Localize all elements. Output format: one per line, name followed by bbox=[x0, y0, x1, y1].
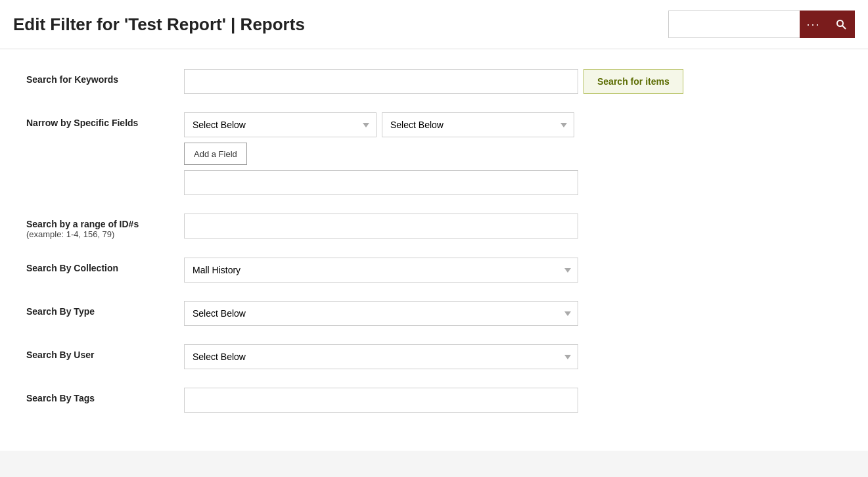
user-label: Search By User bbox=[26, 344, 184, 360]
narrow-label: Narrow by Specific Fields bbox=[26, 112, 184, 128]
keywords-controls: Search for items bbox=[184, 69, 842, 94]
header-search-area: ··· bbox=[668, 11, 855, 38]
type-label: Search By Type bbox=[26, 301, 184, 317]
header: Edit Filter for 'Test Report' | Reports … bbox=[0, 0, 868, 49]
page-title: Edit Filter for 'Test Report' | Reports bbox=[13, 14, 305, 35]
keywords-input[interactable] bbox=[184, 69, 578, 94]
collection-select[interactable]: Mall History bbox=[184, 258, 578, 283]
svg-line-1 bbox=[842, 26, 846, 29]
type-controls: Select Below bbox=[184, 301, 842, 326]
user-select[interactable]: Select Below bbox=[184, 344, 578, 369]
user-controls: Select Below bbox=[184, 344, 842, 369]
search-items-button[interactable]: Search for items bbox=[583, 69, 683, 94]
narrow-controls: Select Below Select Below Add a Field bbox=[184, 112, 842, 195]
narrow-selects-row: Select Below Select Below bbox=[184, 112, 842, 137]
id-range-row: Search by a range of ID#s (example: 1-4,… bbox=[26, 214, 842, 239]
type-row: Search By Type Select Below bbox=[26, 301, 842, 326]
type-select[interactable]: Select Below bbox=[184, 301, 578, 326]
header-dots-button[interactable]: ··· bbox=[800, 11, 827, 38]
keywords-input-row: Search for items bbox=[184, 69, 842, 94]
header-search-input[interactable] bbox=[668, 11, 800, 38]
narrow-select-2[interactable]: Select Below bbox=[382, 112, 574, 137]
collection-label: Search By Collection bbox=[26, 258, 184, 273]
search-icon bbox=[836, 19, 846, 30]
collection-controls: Mall History bbox=[184, 258, 842, 283]
dots-icon: ··· bbox=[806, 18, 820, 32]
tags-controls bbox=[184, 388, 842, 413]
main-content: Search for Keywords Search for items Nar… bbox=[0, 49, 868, 451]
header-search-button[interactable] bbox=[827, 11, 855, 38]
tags-label: Search By Tags bbox=[26, 388, 184, 403]
id-range-input[interactable] bbox=[184, 214, 578, 238]
narrow-text-input[interactable] bbox=[184, 170, 578, 195]
tags-row: Search By Tags bbox=[26, 388, 842, 413]
add-field-button[interactable]: Add a Field bbox=[184, 143, 247, 165]
keywords-row: Search for Keywords Search for items bbox=[26, 69, 842, 94]
id-range-controls bbox=[184, 214, 842, 238]
narrow-text-row bbox=[184, 170, 842, 195]
id-range-label: Search by a range of ID#s (example: 1-4,… bbox=[26, 214, 184, 239]
user-row: Search By User Select Below bbox=[26, 344, 842, 369]
tags-input[interactable] bbox=[184, 388, 578, 413]
narrow-select-1[interactable]: Select Below bbox=[184, 112, 377, 137]
narrow-btn-row: Add a Field bbox=[184, 143, 842, 165]
keywords-label: Search for Keywords bbox=[26, 69, 184, 85]
collection-row: Search By Collection Mall History bbox=[26, 258, 842, 283]
narrow-row: Narrow by Specific Fields Select Below S… bbox=[26, 112, 842, 195]
svg-point-0 bbox=[837, 20, 843, 26]
